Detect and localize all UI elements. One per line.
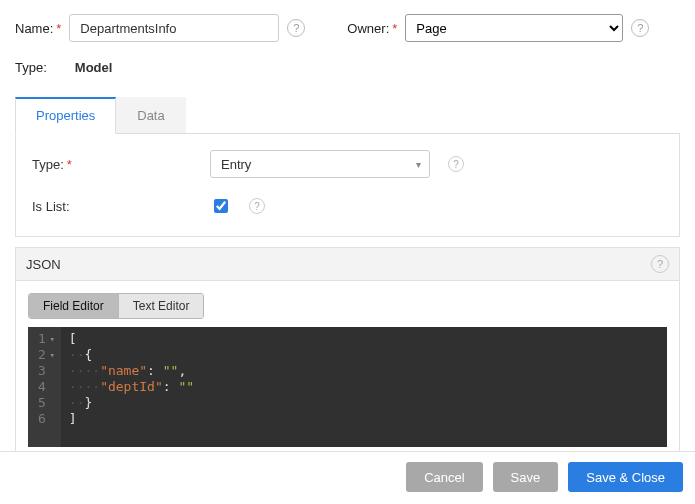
help-prop-type-icon[interactable]: ?	[448, 156, 464, 172]
header-row: Name:* ? Owner:* Page ?	[15, 14, 680, 42]
cancel-button[interactable]: Cancel	[406, 462, 482, 492]
prop-type-value: Entry	[221, 157, 251, 172]
json-title: JSON	[26, 257, 61, 272]
tab-data[interactable]: Data	[116, 97, 185, 133]
text-editor-tab[interactable]: Text Editor	[118, 294, 204, 318]
name-label: Name:*	[15, 21, 61, 36]
type-row: Type: Model	[15, 60, 680, 75]
tab-bar: Properties Data	[15, 97, 680, 134]
code-content[interactable]: [ ··{ ····"name": "", ····"deptId": "" ·…	[61, 327, 667, 447]
prop-type-select[interactable]: Entry ▾	[210, 150, 430, 178]
footer-bar: Cancel Save Save & Close	[0, 451, 695, 504]
prop-type-label: Type:*	[32, 157, 210, 172]
type-value: Model	[75, 60, 113, 75]
owner-select[interactable]: Page	[405, 14, 623, 42]
properties-panel: Type:* Entry ▾ ? Is List: ?	[15, 134, 680, 237]
prop-islist-row: Is List: ?	[32, 196, 663, 216]
prop-islist-label: Is List:	[32, 199, 210, 214]
name-input[interactable]	[69, 14, 279, 42]
prop-islist-checkbox[interactable]	[214, 199, 228, 213]
save-button[interactable]: Save	[493, 462, 559, 492]
json-section: JSON ? Field Editor Text Editor 1▾ 2▾ 3 …	[15, 247, 680, 460]
tab-properties[interactable]: Properties	[15, 97, 116, 134]
owner-label: Owner:*	[347, 21, 397, 36]
code-gutter: 1▾ 2▾ 3 4 5 6	[28, 327, 61, 447]
type-label: Type:	[15, 60, 47, 75]
field-editor-tab[interactable]: Field Editor	[29, 294, 118, 318]
editor-tab-bar: Field Editor Text Editor	[28, 293, 204, 319]
json-header: JSON ?	[16, 248, 679, 281]
help-name-icon[interactable]: ?	[287, 19, 305, 37]
help-json-icon[interactable]: ?	[651, 255, 669, 273]
code-editor[interactable]: 1▾ 2▾ 3 4 5 6 [ ··{ ····"name": "", ····…	[28, 327, 667, 447]
help-prop-islist-icon[interactable]: ?	[249, 198, 265, 214]
help-owner-icon[interactable]: ?	[631, 19, 649, 37]
prop-type-row: Type:* Entry ▾ ?	[32, 150, 663, 178]
chevron-down-icon: ▾	[416, 159, 421, 170]
save-close-button[interactable]: Save & Close	[568, 462, 683, 492]
